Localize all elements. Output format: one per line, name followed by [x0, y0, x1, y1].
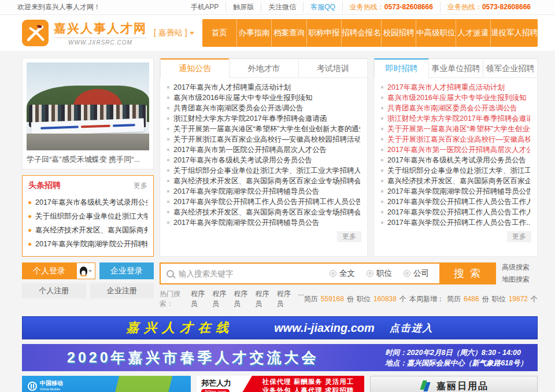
bullet-icon — [28, 229, 31, 232]
notice-tab[interactable]: 考试培训 — [298, 58, 367, 78]
qq-service-link[interactable]: 客服QQ — [303, 2, 342, 12]
personal-login-button[interactable]: 个人登录 — [22, 262, 76, 279]
jobs-item[interactable]: 浙江财经大学东方学院2017年春季招聘会邀请函 — [381, 113, 530, 124]
banner-url: www.i-jiaxing.com — [274, 321, 375, 335]
photo-caption[interactable]: 学子回“嘉”感受禾城蝶变 携手同“... — [27, 150, 149, 165]
radio-icon — [330, 270, 336, 277]
jobs-tab[interactable]: 领军企业招聘 — [483, 58, 537, 78]
notice-item[interactable]: 浙江财经大学东方学院2017年春季招聘会邀请函 — [167, 113, 360, 124]
logo-figure-icon — [24, 22, 46, 44]
bullet-icon — [381, 201, 383, 203]
jobs-item[interactable]: 2017年嘉兴学院南湖学院公开招聘辅导员公告 — [381, 186, 530, 197]
notice-tab[interactable]: 外地才市 — [229, 58, 298, 78]
site-logo-icon[interactable] — [22, 20, 49, 46]
nav-item[interactable]: 中高级职位 — [416, 19, 456, 47]
notice-item[interactable]: 关于开展第一届嘉兴港区“希望杯”大学生创业创新大赛的通知 — [167, 124, 360, 134]
mobile-app-link[interactable]: 手机APP — [184, 2, 225, 12]
hot-search-term[interactable]: 程序员 — [255, 289, 271, 309]
site-stats: 简历559168份 职位160838个 本周新增： 简历6486份 职位1987… — [304, 294, 538, 304]
notice-panel: 通知公告外地才市考试培训 2017年嘉兴市人才招聘重点活动计划 嘉兴市级2016… — [160, 58, 368, 257]
hot-search-term[interactable]: 程序员 — [191, 289, 207, 309]
nav-item[interactable]: 招聘会报名 — [341, 19, 381, 47]
jobs-item[interactable]: 嘉兴经济技术开发区、嘉兴国际商务区百家企业专... — [381, 176, 530, 186]
search-scope-radio[interactable]: 公司 — [404, 268, 429, 279]
notice-item[interactable]: 2017年嘉兴市人才招聘重点活动计划 — [167, 82, 360, 93]
jobs-item[interactable]: 嘉兴市级2016年应届大中专毕业生报到须知 — [381, 93, 530, 103]
hot-search-term[interactable]: 程序员 — [277, 289, 293, 309]
bullet-icon — [167, 97, 169, 99]
notice-tab[interactable]: 通知公告 — [160, 58, 229, 78]
headline-item[interactable]: 嘉兴经济技术开发区、嘉兴国际商务... — [28, 223, 147, 237]
hot-search-term[interactable]: 程序员 — [234, 289, 250, 309]
nav-item[interactable]: 职称申报 — [306, 19, 341, 47]
nav-item[interactable]: 退役军人招聘 — [490, 19, 538, 47]
search-input[interactable] — [179, 269, 319, 278]
headline-item[interactable]: 2017年嘉兴市各级机关考试录用公务... — [28, 195, 147, 209]
notice-more-link[interactable]: 更多 — [337, 231, 361, 242]
headline-item[interactable]: 2017年嘉兴学院南湖学院公开招聘辅... — [28, 237, 147, 251]
news-photo-card[interactable]: 学子回“嘉”感受禾城蝶变 携手同“... — [22, 58, 154, 169]
site-title[interactable]: 嘉兴人事人才网 WWW.JXRSRC.COM — [54, 20, 147, 46]
notice-item[interactable]: 共青团嘉兴市南湖区委员会公开选调公告 — [167, 103, 360, 113]
qq-login-dropdown[interactable] — [76, 262, 95, 279]
company-register-button[interactable]: 企业注册 — [90, 283, 154, 298]
notice-item[interactable]: 2017年嘉兴学院南湖学院公开招聘辅导员公告 — [167, 186, 360, 197]
bangmang-logo: 邦芒人力 50bm.com — [197, 376, 252, 392]
notice-item[interactable]: 嘉兴经济技术开发区、嘉兴国际商务区百家企业专场招聘会公告 — [167, 207, 360, 217]
hotline-1: 业务热线：0573-82608666 — [342, 2, 440, 12]
jobs-item[interactable]: 关于开展第一届嘉兴港区“希望杯”大学生创业创... — [381, 124, 530, 134]
headline-item[interactable]: 关于组织部分企事业单位赴浙江大学... — [28, 209, 147, 223]
jobs-item[interactable]: 关于开展浙江嘉兴百家企业高校行—安徽高校校园... — [381, 134, 530, 145]
search-scope-radio[interactable]: 职位 — [367, 268, 392, 279]
fair-title: 2020年嘉兴市春季人才交流大会 — [67, 348, 319, 367]
jobs-item[interactable]: 2017年嘉兴市各级机关考试录用公务员公告 — [381, 155, 530, 165]
jobs-more-link[interactable]: 更多 — [507, 231, 531, 242]
nav-item[interactable]: 档案查询 — [271, 19, 306, 47]
company-login-button[interactable]: 企业登录 — [99, 262, 154, 279]
jobs-item[interactable]: 共青团嘉兴市南湖区委员会公开选调公告 — [381, 103, 530, 113]
notice-item[interactable]: 2017年嘉兴学院公开招聘工作人员公告开招聘工作人员公告开... — [167, 197, 360, 207]
nav-item[interactable]: 人才派遣 — [456, 19, 490, 47]
nav-item[interactable]: 办事指南 — [236, 19, 271, 47]
station-selector[interactable]: [ 嘉善站 ] — [154, 28, 194, 38]
jobs-item[interactable]: 2017年嘉兴学院公开招聘工作人员公告工作... — [381, 217, 530, 228]
notice-item[interactable]: 2017年嘉兴市第一医院公开招聘高层次人才公告 — [167, 145, 360, 155]
banner-title: 嘉兴人才在线 — [126, 319, 234, 336]
nav-item[interactable]: 校园招聘 — [381, 19, 416, 47]
headline-more-link[interactable]: 更多 — [134, 181, 147, 191]
notice-item[interactable]: 关于组织部分企事业单位赴浙江大学、浙江工业大学招聘人才的... — [167, 165, 360, 176]
china-mobile-ad[interactable]: 中国移动 China Mobile bilibili 爱奇艺、腾讯视频 季度会员… — [22, 376, 191, 392]
jobs-item[interactable]: 2017年嘉兴市人才招聘重点活动计划 — [381, 82, 530, 93]
nav-item[interactable]: 首页 — [202, 19, 236, 47]
jobs-tab[interactable]: 事业单位招聘 — [428, 58, 483, 78]
jobs-item[interactable]: 2017年嘉兴学院公开招聘工作人员公告工作人员... — [381, 207, 530, 217]
touch-version-link[interactable]: 触屏版 — [225, 2, 261, 12]
notice-item[interactable]: 嘉兴经济技术开发区、嘉兴国际商务区百家企业专场招聘会公告 — [167, 176, 360, 186]
notice-item[interactable]: 关于开展浙江嘉兴百家企业高校行—安徽高校校园招聘活动的通... — [167, 134, 360, 145]
jiali-ad[interactable]: JALY 嘉丽日用品 — [370, 376, 538, 392]
hot-search-term[interactable]: ... — [298, 289, 304, 309]
bangmang-hr-ad[interactable]: 邦芒人力 50bm.com 社保代理 薪酬服务 灵活用工 业务外包 人事代理 求… — [197, 376, 364, 392]
wechat-link[interactable]: 关注微信 — [261, 2, 303, 12]
notice-item[interactable]: 嘉兴市级2016年应届大中专毕业生报到须知 — [167, 93, 360, 103]
notice-item[interactable]: 2017年嘉兴学院南湖学院公开招聘辅导员公告 — [167, 217, 360, 228]
personal-register-button[interactable]: 个人注册 — [22, 283, 86, 298]
hot-search-term[interactable]: 程序员 — [212, 289, 228, 309]
main-nav: 首页办事指南档案查询职称申报招聘会报名校园招聘中高级职位人才派遣退役军人招聘 — [202, 19, 538, 47]
bullet-icon — [381, 97, 383, 99]
map-search-link[interactable]: 地图搜索 — [502, 275, 538, 284]
chevron-down-icon — [88, 270, 92, 272]
jobs-item[interactable]: 2017年嘉兴学院公开招聘工作人员公告工作人员... — [381, 197, 530, 207]
search-button[interactable]: 搜索 — [439, 264, 495, 283]
advanced-search-link[interactable]: 高级搜索 — [502, 262, 538, 272]
job-fair-banner[interactable]: 2020年嘉兴市春季人才交流大会 时间：2020年2月8日（周六）8:30 - … — [22, 344, 538, 371]
notice-item[interactable]: 2017年嘉兴市各级机关考试录用公务员公告 — [167, 155, 360, 165]
jobs-tab[interactable]: 即时招聘 — [374, 58, 428, 78]
jobs-item[interactable]: 2017年嘉兴市第一医院公开招聘高层次人才公告 — [381, 145, 530, 155]
fair-info: 时间：2020年2月8日（周六）8:30 - 14:00 地点：嘉兴国际会展中心… — [385, 347, 527, 368]
talent-online-banner[interactable]: 嘉兴人才在线 www.i-jiaxing.com 点击进入 — [22, 316, 538, 339]
jobs-item[interactable]: 关于组织部分企事业单位赴浙江大学、浙江工业大... — [381, 165, 530, 176]
china-mobile-icon — [28, 382, 37, 391]
bullet-icon — [167, 159, 169, 161]
search-scope-radio[interactable]: 全文 — [330, 268, 355, 279]
